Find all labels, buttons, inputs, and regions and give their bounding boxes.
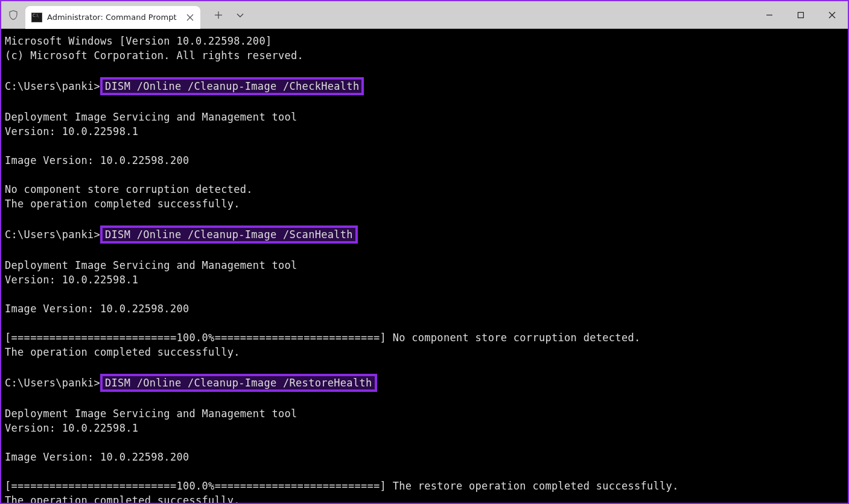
- highlighted-command: DISM /Online /Cleanup-Image /RestoreHeal…: [100, 374, 377, 392]
- titlebar-left: C:\ Administrator: Command Prompt: [1, 1, 200, 28]
- text-line: (c) Microsoft Corporation. All rights re…: [5, 49, 304, 61]
- prompt-text: C:\Users\panki>: [5, 228, 100, 241]
- svg-rect-5: [798, 12, 804, 17]
- close-window-button[interactable]: [816, 1, 848, 29]
- highlighted-command: DISM /Online /Cleanup-Image /CheckHealth: [100, 77, 364, 95]
- text-line: Deployment Image Servicing and Managemen…: [5, 259, 297, 271]
- text-line: Deployment Image Servicing and Managemen…: [5, 408, 297, 420]
- text-line: Version: 10.0.22598.1: [5, 422, 138, 434]
- text-line: The operation completed successfully.: [5, 494, 240, 503]
- cmd-icon: C:\: [31, 13, 42, 22]
- close-tab-button[interactable]: [183, 11, 197, 24]
- text-line: Version: 10.0.22598.1: [5, 274, 138, 286]
- text-line: Microsoft Windows [Version 10.0.22598.20…: [5, 35, 272, 47]
- shield-icon: [1, 1, 25, 29]
- maximize-button[interactable]: [785, 1, 816, 29]
- prompt-text: C:\Users\panki>: [5, 80, 100, 92]
- titlebar: C:\ Administrator: Command Prompt: [1, 1, 848, 29]
- text-line: Image Version: 10.0.22598.200: [5, 303, 189, 315]
- text-line: No component store corruption detected.: [5, 183, 253, 195]
- new-tab-button[interactable]: [208, 1, 229, 29]
- tab-dropdown-button[interactable]: [229, 1, 251, 29]
- minimize-button[interactable]: [754, 1, 785, 29]
- text-line: Image Version: 10.0.22598.200: [5, 154, 189, 166]
- text-line: The operation completed successfully.: [5, 198, 240, 210]
- prompt-text: C:\Users\panki>: [5, 377, 100, 389]
- text-line: Image Version: 10.0.22598.200: [5, 451, 189, 463]
- text-line: Deployment Image Servicing and Managemen…: [5, 111, 297, 123]
- text-line: [==========================100.0%=======…: [5, 480, 679, 492]
- text-line: Version: 10.0.22598.1: [5, 125, 138, 137]
- terminal-output[interactable]: Microsoft Windows [Version 10.0.22598.20…: [1, 29, 848, 503]
- text-line: [==========================100.0%=======…: [5, 332, 641, 344]
- highlighted-command: DISM /Online /Cleanup-Image /ScanHealth: [100, 225, 358, 244]
- app-window: C:\ Administrator: Command Prompt: [0, 0, 849, 504]
- active-tab[interactable]: C:\ Administrator: Command Prompt: [25, 6, 200, 29]
- tab-title: Administrator: Command Prompt: [47, 13, 179, 22]
- tab-actions: [200, 1, 251, 28]
- text-line: The operation completed successfully.: [5, 346, 240, 358]
